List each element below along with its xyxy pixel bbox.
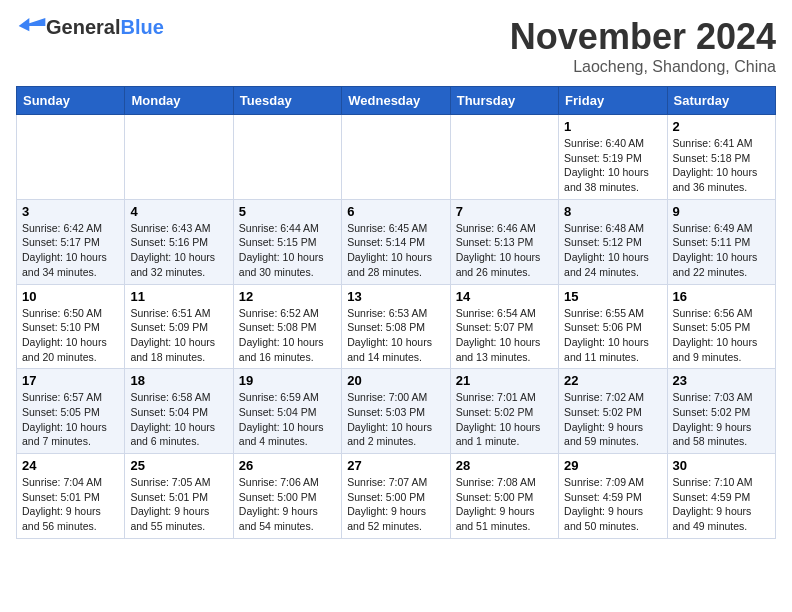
logo-general: General: [46, 16, 120, 39]
calendar-cell: 9Sunrise: 6:49 AMSunset: 5:11 PMDaylight…: [667, 199, 775, 284]
day-number: 4: [130, 204, 227, 219]
day-info: Sunrise: 6:57 AMSunset: 5:05 PMDaylight:…: [22, 390, 119, 449]
day-info: Sunrise: 7:05 AMSunset: 5:01 PMDaylight:…: [130, 475, 227, 534]
day-number: 11: [130, 289, 227, 304]
logo-blue: Blue: [120, 16, 163, 39]
calendar-cell: 1Sunrise: 6:40 AMSunset: 5:19 PMDaylight…: [559, 115, 667, 200]
location: Laocheng, Shandong, China: [510, 58, 776, 76]
calendar-cell: 2Sunrise: 6:41 AMSunset: 5:18 PMDaylight…: [667, 115, 775, 200]
calendar-cell: 5Sunrise: 6:44 AMSunset: 5:15 PMDaylight…: [233, 199, 341, 284]
day-info: Sunrise: 7:08 AMSunset: 5:00 PMDaylight:…: [456, 475, 553, 534]
calendar-cell: 30Sunrise: 7:10 AMSunset: 4:59 PMDayligh…: [667, 454, 775, 539]
day-of-week-wednesday: Wednesday: [342, 87, 450, 115]
day-number: 17: [22, 373, 119, 388]
day-info: Sunrise: 7:00 AMSunset: 5:03 PMDaylight:…: [347, 390, 444, 449]
day-number: 28: [456, 458, 553, 473]
calendar-cell: 18Sunrise: 6:58 AMSunset: 5:04 PMDayligh…: [125, 369, 233, 454]
day-of-week-thursday: Thursday: [450, 87, 558, 115]
day-of-week-saturday: Saturday: [667, 87, 775, 115]
calendar-cell: 21Sunrise: 7:01 AMSunset: 5:02 PMDayligh…: [450, 369, 558, 454]
month-title: November 2024: [510, 16, 776, 58]
calendar-cell: 19Sunrise: 6:59 AMSunset: 5:04 PMDayligh…: [233, 369, 341, 454]
logo-icon: [18, 18, 46, 34]
day-info: Sunrise: 7:07 AMSunset: 5:00 PMDaylight:…: [347, 475, 444, 534]
calendar-cell: 3Sunrise: 6:42 AMSunset: 5:17 PMDaylight…: [17, 199, 125, 284]
day-info: Sunrise: 6:48 AMSunset: 5:12 PMDaylight:…: [564, 221, 661, 280]
logo: GeneralBlue: [16, 16, 164, 39]
calendar-cell: 27Sunrise: 7:07 AMSunset: 5:00 PMDayligh…: [342, 454, 450, 539]
calendar-cell: 6Sunrise: 6:45 AMSunset: 5:14 PMDaylight…: [342, 199, 450, 284]
day-of-week-monday: Monday: [125, 87, 233, 115]
day-number: 27: [347, 458, 444, 473]
day-info: Sunrise: 6:54 AMSunset: 5:07 PMDaylight:…: [456, 306, 553, 365]
day-info: Sunrise: 6:51 AMSunset: 5:09 PMDaylight:…: [130, 306, 227, 365]
day-number: 12: [239, 289, 336, 304]
day-info: Sunrise: 7:04 AMSunset: 5:01 PMDaylight:…: [22, 475, 119, 534]
week-row-3: 17Sunrise: 6:57 AMSunset: 5:05 PMDayligh…: [17, 369, 776, 454]
day-info: Sunrise: 6:45 AMSunset: 5:14 PMDaylight:…: [347, 221, 444, 280]
day-info: Sunrise: 6:59 AMSunset: 5:04 PMDaylight:…: [239, 390, 336, 449]
day-number: 10: [22, 289, 119, 304]
day-of-week-tuesday: Tuesday: [233, 87, 341, 115]
day-info: Sunrise: 7:06 AMSunset: 5:00 PMDaylight:…: [239, 475, 336, 534]
day-number: 29: [564, 458, 661, 473]
calendar-cell: 25Sunrise: 7:05 AMSunset: 5:01 PMDayligh…: [125, 454, 233, 539]
day-of-week-friday: Friday: [559, 87, 667, 115]
day-number: 9: [673, 204, 770, 219]
day-number: 19: [239, 373, 336, 388]
calendar-cell: 28Sunrise: 7:08 AMSunset: 5:00 PMDayligh…: [450, 454, 558, 539]
day-info: Sunrise: 6:42 AMSunset: 5:17 PMDaylight:…: [22, 221, 119, 280]
day-info: Sunrise: 6:58 AMSunset: 5:04 PMDaylight:…: [130, 390, 227, 449]
svg-marker-0: [19, 18, 46, 31]
day-info: Sunrise: 6:41 AMSunset: 5:18 PMDaylight:…: [673, 136, 770, 195]
day-info: Sunrise: 6:52 AMSunset: 5:08 PMDaylight:…: [239, 306, 336, 365]
day-number: 14: [456, 289, 553, 304]
day-number: 21: [456, 373, 553, 388]
day-info: Sunrise: 7:03 AMSunset: 5:02 PMDaylight:…: [673, 390, 770, 449]
days-of-week-row: SundayMondayTuesdayWednesdayThursdayFrid…: [17, 87, 776, 115]
week-row-2: 10Sunrise: 6:50 AMSunset: 5:10 PMDayligh…: [17, 284, 776, 369]
calendar-cell: 4Sunrise: 6:43 AMSunset: 5:16 PMDaylight…: [125, 199, 233, 284]
calendar-cell: [17, 115, 125, 200]
day-number: 24: [22, 458, 119, 473]
calendar-cell: 17Sunrise: 6:57 AMSunset: 5:05 PMDayligh…: [17, 369, 125, 454]
title-area: November 2024 Laocheng, Shandong, China: [510, 16, 776, 76]
day-number: 26: [239, 458, 336, 473]
calendar-cell: 23Sunrise: 7:03 AMSunset: 5:02 PMDayligh…: [667, 369, 775, 454]
calendar-cell: 10Sunrise: 6:50 AMSunset: 5:10 PMDayligh…: [17, 284, 125, 369]
day-info: Sunrise: 6:43 AMSunset: 5:16 PMDaylight:…: [130, 221, 227, 280]
day-info: Sunrise: 7:02 AMSunset: 5:02 PMDaylight:…: [564, 390, 661, 449]
calendar-cell: [125, 115, 233, 200]
day-number: 5: [239, 204, 336, 219]
day-number: 6: [347, 204, 444, 219]
calendar-cell: 14Sunrise: 6:54 AMSunset: 5:07 PMDayligh…: [450, 284, 558, 369]
day-info: Sunrise: 6:53 AMSunset: 5:08 PMDaylight:…: [347, 306, 444, 365]
day-info: Sunrise: 6:50 AMSunset: 5:10 PMDaylight:…: [22, 306, 119, 365]
day-of-week-sunday: Sunday: [17, 87, 125, 115]
calendar-cell: 8Sunrise: 6:48 AMSunset: 5:12 PMDaylight…: [559, 199, 667, 284]
day-number: 25: [130, 458, 227, 473]
calendar-cell: [450, 115, 558, 200]
day-info: Sunrise: 6:46 AMSunset: 5:13 PMDaylight:…: [456, 221, 553, 280]
day-info: Sunrise: 6:40 AMSunset: 5:19 PMDaylight:…: [564, 136, 661, 195]
calendar-cell: [342, 115, 450, 200]
day-number: 8: [564, 204, 661, 219]
day-number: 30: [673, 458, 770, 473]
calendar-cell: 15Sunrise: 6:55 AMSunset: 5:06 PMDayligh…: [559, 284, 667, 369]
day-info: Sunrise: 6:55 AMSunset: 5:06 PMDaylight:…: [564, 306, 661, 365]
day-number: 18: [130, 373, 227, 388]
day-info: Sunrise: 7:10 AMSunset: 4:59 PMDaylight:…: [673, 475, 770, 534]
calendar-cell: 13Sunrise: 6:53 AMSunset: 5:08 PMDayligh…: [342, 284, 450, 369]
day-number: 23: [673, 373, 770, 388]
day-info: Sunrise: 6:49 AMSunset: 5:11 PMDaylight:…: [673, 221, 770, 280]
day-number: 22: [564, 373, 661, 388]
day-number: 20: [347, 373, 444, 388]
day-number: 16: [673, 289, 770, 304]
calendar-cell: 20Sunrise: 7:00 AMSunset: 5:03 PMDayligh…: [342, 369, 450, 454]
day-number: 13: [347, 289, 444, 304]
calendar-cell: 7Sunrise: 6:46 AMSunset: 5:13 PMDaylight…: [450, 199, 558, 284]
day-info: Sunrise: 6:56 AMSunset: 5:05 PMDaylight:…: [673, 306, 770, 365]
day-number: 1: [564, 119, 661, 134]
calendar-cell: 26Sunrise: 7:06 AMSunset: 5:00 PMDayligh…: [233, 454, 341, 539]
calendar-cell: 11Sunrise: 6:51 AMSunset: 5:09 PMDayligh…: [125, 284, 233, 369]
